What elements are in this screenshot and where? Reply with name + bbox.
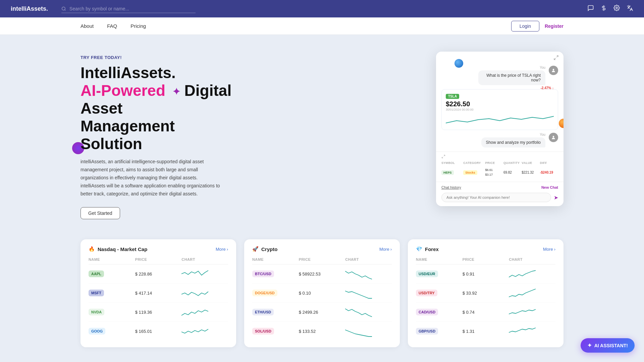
- get-started-button[interactable]: Get Started: [80, 207, 120, 219]
- nasdaq-more[interactable]: More ›: [216, 247, 228, 252]
- chat1-avatar: [549, 66, 558, 75]
- forex-more[interactable]: More ›: [543, 247, 555, 252]
- symbol-usdtry: USD/TRY: [416, 290, 437, 296]
- market-grid: 🔥 Nasdaq - Market Cap More › Name Price …: [80, 239, 564, 347]
- chat-history-link[interactable]: Chat history: [441, 185, 461, 189]
- register-button[interactable]: Register: [545, 23, 564, 29]
- portfolio-quantity: 69.82: [503, 171, 522, 174]
- stock-price: $226.50: [446, 100, 474, 108]
- portfolio-symbol: HEPS: [441, 170, 454, 175]
- table-row: SOL/USD $ 133.52: [252, 322, 392, 341]
- table-row: NVDA $ 119.36: [89, 303, 228, 322]
- portfolio-header: SYMBOL CATEGORY PRICE QUANTITY VALUE DIF…: [441, 160, 558, 166]
- forex-header: 💎 Forex More ›: [416, 246, 555, 252]
- hero-badge: TRY FREE TODAY!: [80, 55, 416, 60]
- portfolio-prices: $6.61 $3.17: [485, 168, 503, 177]
- forex-icon: 💎: [416, 246, 422, 252]
- symbol-doge: DOGE/USD: [252, 290, 277, 296]
- nasdaq-cols: Name Price Chart: [89, 257, 228, 264]
- svg-point-3: [616, 7, 618, 9]
- nasdaq-card: 🔥 Nasdaq - Market Cap More › Name Price …: [80, 239, 236, 347]
- price-usdtry: $ 33.92: [463, 291, 509, 296]
- sparkle-icon: ✦: [172, 86, 180, 97]
- forex-cols: Name Price Chart: [416, 257, 555, 264]
- symbol-gbpusd: GBP/USD: [416, 328, 438, 335]
- ai-assistant-label: AI ASSISTANT!: [594, 343, 628, 348]
- nav-right: Login Register: [511, 21, 564, 32]
- symbol-sol: SOL/USD: [252, 328, 274, 335]
- col-diff: DIFF: [540, 161, 558, 165]
- price-aapl: $ 228.86: [135, 272, 182, 277]
- login-button[interactable]: Login: [511, 21, 539, 32]
- price-usdeur: $ 0.91: [463, 272, 509, 277]
- table-row: GOOG $ 165.01: [89, 322, 228, 341]
- chat-area: You What is the price of TSLA right now?…: [436, 60, 564, 147]
- table-row: CAD/USD $ 0.74: [416, 303, 555, 322]
- chart-usdtry: [509, 287, 555, 299]
- price-gbpusd: $ 1.31: [463, 329, 509, 334]
- stock-card: TSLA $226.50 30/01/2024 00:00:00 -2.47% …: [441, 89, 558, 130]
- search-icon-wrap: [61, 5, 196, 13]
- symbol-usdeur: USD/EUR: [416, 270, 438, 277]
- logo: intelliAssets.: [11, 5, 48, 12]
- search-wrapper: [61, 5, 196, 13]
- stock-symbol-tag: TSLA: [446, 94, 459, 99]
- new-chat-link[interactable]: New Chat: [541, 185, 558, 189]
- chart-goog: [181, 325, 228, 337]
- svg-line-9: [442, 157, 443, 158]
- chat-send-icon[interactable]: ➤: [554, 194, 558, 201]
- expand-icon: [553, 55, 559, 60]
- svg-point-6: [553, 69, 554, 70]
- topbar-icons: [587, 5, 633, 13]
- col-category: CATEGORY: [463, 161, 485, 165]
- symbol-cadusd: CAD/USD: [416, 309, 438, 315]
- crypto-title-text: Crypto: [261, 246, 277, 252]
- chart-doge: [345, 287, 392, 299]
- portfolio-section: SYMBOL CATEGORY PRICE QUANTITY VALUE DIF…: [436, 152, 564, 182]
- chat1-bubble: What is the price of TSLA right now?: [478, 70, 545, 85]
- chart-usdeur: [509, 268, 555, 280]
- chat-message-1: You What is the price of TSLA right now?: [441, 66, 558, 85]
- translate-icon[interactable]: [627, 5, 633, 13]
- portfolio-diff: -$240.19: [540, 171, 558, 174]
- chart-sol: [345, 325, 392, 337]
- col-value: VALUE: [522, 161, 540, 165]
- search-input[interactable]: [61, 5, 196, 13]
- chat-input[interactable]: [441, 193, 551, 202]
- chart-eth: [345, 306, 392, 318]
- ai-assistant-button[interactable]: ✦ AI ASSISTANT!: [581, 338, 635, 353]
- crypto-header: 🚀 Crypto More ›: [252, 246, 392, 252]
- chat-icon[interactable]: [587, 5, 594, 13]
- chart-cadusd: [509, 306, 555, 318]
- nav-pricing[interactable]: Pricing: [130, 22, 146, 30]
- crypto-icon: 🚀: [252, 246, 259, 252]
- table-row: MSFT $ 417.14: [89, 284, 228, 303]
- dollar-icon[interactable]: [601, 5, 607, 13]
- nav-faq[interactable]: FAQ: [107, 22, 117, 30]
- chevron-right-icon: ›: [390, 247, 392, 252]
- chart-gbpusd: [509, 325, 555, 337]
- hero-text: TRY FREE TODAY! IntelliAssets. AI-Powere…: [80, 55, 416, 219]
- hero-title: IntelliAssets. AI-Powered ✦ DigitalAsset…: [80, 64, 416, 153]
- chat2-avatar: [549, 133, 558, 142]
- table-row: ETH/USD $ 2499.26: [252, 303, 392, 322]
- portfolio-row: HEPS Stocks $6.61 $3.17 69.82 $221.32 -$…: [441, 166, 558, 179]
- symbol-eth: ETH/USD: [252, 309, 274, 315]
- price-eth: $ 2499.26: [299, 310, 345, 315]
- price-sol: $ 133.52: [299, 329, 345, 334]
- col-symbol: SYMBOL: [441, 161, 463, 165]
- settings-icon[interactable]: [613, 5, 620, 13]
- market-section: 🔥 Nasdaq - Market Cap More › Name Price …: [0, 233, 644, 361]
- crypto-more[interactable]: More ›: [379, 247, 392, 252]
- search-icon: [61, 6, 66, 11]
- hero-description: intelliAssets, an artificial intelligenc…: [80, 158, 221, 198]
- nav-links: About FAQ Pricing: [80, 22, 146, 30]
- price-msft: $ 417.14: [135, 291, 182, 296]
- forex-title: 💎 Forex: [416, 246, 439, 252]
- navbar: About FAQ Pricing Login Register: [0, 17, 644, 35]
- hero-title-line1: IntelliAssets.: [80, 64, 176, 81]
- nasdaq-title: 🔥 Nasdaq - Market Cap: [89, 246, 147, 252]
- expand-icon-2: [441, 155, 445, 159]
- nav-about[interactable]: About: [80, 22, 94, 30]
- col-price: PRICE: [485, 161, 503, 165]
